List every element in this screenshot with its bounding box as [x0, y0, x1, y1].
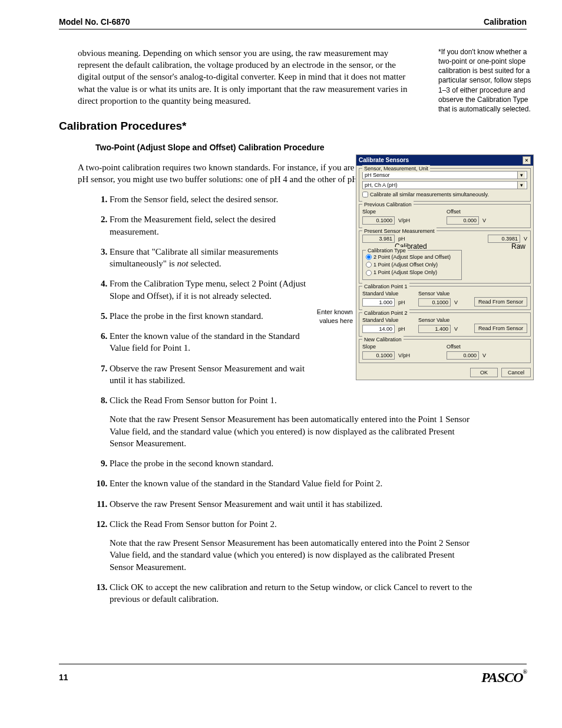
calibrate-all-checkbox[interactable]: Calibrate all similar measurements simul… — [362, 191, 527, 198]
ok-button[interactable]: OK — [470, 368, 498, 377]
dialog-button-row: OK Cancel — [356, 365, 533, 380]
step-4: From the Calibration Type menu, select 2… — [110, 279, 306, 300]
step-13: Click OK to accept the new calibration a… — [110, 582, 472, 604]
section-heading: Calibration Procedures* — [59, 118, 527, 134]
subsection-heading: Two-Point (Adjust Slope and Offset) Cali… — [95, 142, 527, 153]
page-number: 11 — [59, 672, 68, 683]
new-offset: 0.000 — [447, 351, 479, 360]
step-11: Observe the raw Present Sensor Measureme… — [110, 499, 382, 509]
step-2: From the Measurement field, select the d… — [110, 215, 276, 236]
calibrate-sensors-dialog: Calibrate Sensors × Sensor, Measurement,… — [356, 154, 534, 380]
radio-1point-slope[interactable]: 1 Point (Adjust Slope Only) — [366, 269, 458, 276]
step-1: From the Sensor field, select the desire… — [110, 195, 278, 204]
present-measurement-group: Present Sensor Measurement 3.981pH 0.398… — [359, 230, 531, 283]
step-7: Observe the raw Present Sensor Measureme… — [110, 364, 305, 385]
callout-known-values: Enter known values here — [306, 308, 353, 325]
new-slope: 0.1000 — [362, 351, 395, 360]
step-8-note: Note that the raw Present Sensor Measure… — [110, 413, 475, 449]
step-10: Enter the known value of the standard in… — [110, 479, 382, 488]
step-5: Place the probe in the first known stand… — [110, 311, 263, 321]
calibration-point-2-group: Calibration Point 2 Standard Value 14.00… — [359, 312, 531, 337]
close-icon[interactable]: × — [523, 156, 531, 164]
calibration-point-1-group: Calibration Point 1 Standard Value 1.000… — [359, 286, 531, 310]
read-from-sensor-2-button[interactable]: Read From Sensor — [474, 324, 527, 333]
step-9: Place the probe in the second known stan… — [110, 459, 273, 468]
step-6: Enter the known value of the standard in… — [110, 331, 300, 353]
present-calibrated: 3.981 — [362, 235, 395, 243]
chevron-down-icon: ▾ — [517, 182, 525, 189]
callout-raw: Raw — [511, 242, 525, 251]
new-calibration-group: New Calibration Slope 0.1000V/pH Offset … — [359, 339, 531, 363]
header-section: Calibration — [484, 17, 527, 28]
steps-list-wide: Click the Read From Sensor button for Po… — [95, 394, 475, 605]
pt1-sensor-value: 0.1000 — [418, 298, 451, 307]
steps-list-narrow: From the Sensor field, select the desire… — [95, 193, 322, 386]
previous-calibration-group: Previous Calibration Slope 0.1000V/pH Of… — [359, 204, 531, 228]
side-note: *If you don't know whether a two-point o… — [438, 47, 533, 114]
calibration-type-group: Calibration Type 2 Point (Adjust Slope a… — [362, 250, 462, 279]
dialog-figure: Enter known values here Calibrate Sensor… — [356, 154, 533, 380]
step-12-note: Note that the raw Present Sensor Measure… — [110, 537, 475, 573]
chevron-down-icon: ▾ — [517, 172, 525, 179]
prev-slope: 0.1000 — [362, 216, 395, 225]
brand-logo: PASCO® — [481, 668, 527, 687]
prev-offset: 0.000 — [447, 216, 479, 225]
cancel-button[interactable]: Cancel — [501, 368, 531, 377]
read-from-sensor-1-button[interactable]: Read From Sensor — [474, 297, 527, 307]
pt2-standard-input[interactable]: 14.00 — [362, 325, 395, 333]
radio-2point[interactable]: 2 Point (Adjust Slope and Offset) — [366, 253, 458, 261]
sensor-group: Sensor, Measurement, Unit pH Sensor▾ pH,… — [359, 168, 531, 202]
measurement-dropdown[interactable]: pH, Ch A (pH)▾ — [362, 181, 527, 189]
page-header: Model No. CI-6870 Calibration — [59, 17, 527, 29]
page-footer: 11 PASCO® — [59, 664, 527, 687]
step-8: Click the Read From Sensor button for Po… — [110, 396, 277, 405]
radio-1point-offset[interactable]: 1 Point (Adjust Offset Only) — [366, 261, 458, 268]
header-model: Model No. CI-6870 — [59, 17, 130, 28]
step-3: Ensure that "Calibrate all similar measu… — [110, 247, 278, 268]
step-12: Click the Read From Sensor button for Po… — [110, 519, 277, 529]
dialog-title: Calibrate Sensors — [359, 156, 409, 164]
pt1-standard-input[interactable]: 1.000 — [362, 298, 395, 307]
pt2-sensor-value: 1.400 — [418, 325, 451, 333]
dialog-titlebar: Calibrate Sensors × — [356, 155, 533, 166]
intro-paragraph: obvious meaning. Depending on which sens… — [78, 47, 408, 107]
